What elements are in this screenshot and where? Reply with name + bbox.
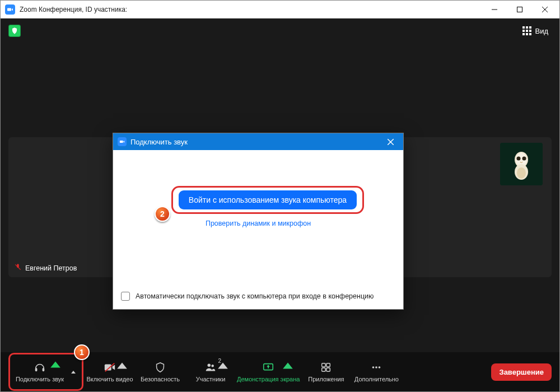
security-label: Безопасность xyxy=(141,376,180,382)
test-speaker-mic-link[interactable]: Проверить динамик и микрофон xyxy=(113,220,403,227)
apps-tool[interactable]: Приложения xyxy=(302,356,350,388)
svg-point-4 xyxy=(517,157,521,161)
svg-point-20 xyxy=(379,366,381,368)
titlebar: Zoom Конференция, ID участника: xyxy=(1,1,559,18)
start-video-tool[interactable]: Включить видео xyxy=(86,356,134,388)
self-name-badge: Евгений Петров xyxy=(14,263,77,273)
dialog-footer: Автоматически подключать звук с компьюте… xyxy=(113,283,403,309)
self-name-text: Евгений Петров xyxy=(25,264,77,272)
join-computer-audio-button[interactable]: Войти с использованием звука компьютера xyxy=(179,190,357,209)
dialog-body: Войти с использованием звука компьютера … xyxy=(113,150,403,283)
share-screen-tool[interactable]: Демонстрация экрана xyxy=(237,356,300,388)
more-tool[interactable]: Дополнительно xyxy=(352,356,400,388)
mic-muted-icon xyxy=(14,263,22,273)
svg-rect-15 xyxy=(326,363,330,367)
encryption-shield-icon[interactable] xyxy=(8,25,21,37)
security-tool[interactable]: Безопасность xyxy=(136,356,184,388)
audio-label: Подключить звук xyxy=(16,376,64,382)
other-participant-thumb[interactable] xyxy=(500,143,543,185)
minimize-button[interactable] xyxy=(482,1,507,18)
end-meeting-button[interactable]: Завершение xyxy=(491,363,552,381)
meeting-topbar: Вид xyxy=(1,18,559,43)
audio-options-chevron-icon[interactable] xyxy=(67,367,80,376)
svg-point-5 xyxy=(522,157,526,161)
share-label: Демонстрация экрана xyxy=(237,376,300,382)
dialog-titlebar: Подключить звук xyxy=(113,133,403,150)
apps-label: Приложения xyxy=(308,376,344,382)
app-window: Zoom Конференция, ID участника: Вид xyxy=(0,0,560,392)
svg-rect-8 xyxy=(35,368,38,371)
participants-label: Участники xyxy=(196,376,226,382)
svg-rect-9 xyxy=(43,368,45,371)
more-label: Дополнительно xyxy=(354,376,399,382)
annotation-highlight-2: Войти с использованием звука компьютера xyxy=(171,186,364,214)
grid-icon xyxy=(522,26,531,35)
annotation-highlight-1: Подключить звук 1 xyxy=(8,353,83,391)
svg-rect-14 xyxy=(322,363,325,367)
join-audio-dialog: Подключить звук Войти с использованием з… xyxy=(113,133,404,310)
join-audio-tool[interactable]: Подключить звук xyxy=(12,356,67,388)
window-controls xyxy=(482,1,557,18)
view-button[interactable]: Вид xyxy=(519,24,552,38)
zoom-app-icon xyxy=(118,137,127,146)
meeting-toolbar: Подключить звук 1 Включить видео Безопас… xyxy=(1,352,559,391)
svg-point-19 xyxy=(376,366,378,368)
svg-point-12 xyxy=(211,365,213,367)
meeting-area: Вид Евгений Петров xyxy=(1,18,559,352)
view-label: Вид xyxy=(535,27,548,35)
maximize-button[interactable] xyxy=(507,1,532,18)
svg-rect-17 xyxy=(326,368,330,371)
auto-join-audio-checkbox[interactable] xyxy=(121,292,130,301)
video-label: Включить видео xyxy=(86,376,133,382)
dialog-close-button[interactable] xyxy=(382,133,399,150)
dialog-title: Подключить звук xyxy=(130,138,188,146)
video-stage: Евгений Петров xyxy=(1,43,559,313)
zoom-app-icon xyxy=(5,4,15,15)
svg-point-18 xyxy=(372,366,375,368)
svg-rect-16 xyxy=(322,368,325,371)
svg-point-7 xyxy=(517,167,526,179)
window-title: Zoom Конференция, ID участника: xyxy=(20,6,127,13)
close-button[interactable] xyxy=(532,1,557,18)
svg-point-11 xyxy=(208,364,211,367)
svg-rect-0 xyxy=(517,7,522,12)
auto-join-audio-label: Автоматически подключать звук с компьюте… xyxy=(136,292,374,300)
participants-tool[interactable]: 2 Участники xyxy=(186,356,235,388)
